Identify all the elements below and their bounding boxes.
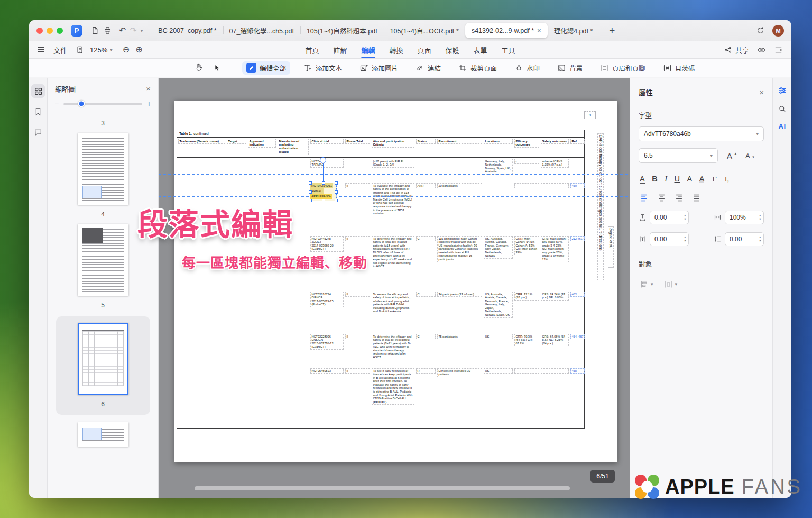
bold-button[interactable]: B: [652, 175, 657, 183]
table-cell-text[interactable]: US, Australia, Austria, Canada, Denmark,…: [484, 292, 513, 318]
zoom-level-value[interactable]: 125%: [90, 46, 107, 54]
table-cell-text[interactable]: II: [345, 236, 370, 242]
rotation-handle[interactable]: [320, 157, 326, 163]
table-cell-text[interactable]: Enrollment estimated 33 patients: [437, 368, 482, 377]
table-cell-text[interactable]: ORR: 70.3% (64 p.a.) CR: 67.2%: [514, 334, 539, 347]
bookmarks-panel-button[interactable]: [31, 105, 45, 119]
table-cell-text[interactable]: US, Australia, Austria, Canada, France, …: [484, 236, 513, 259]
table-cell-text[interactable]: NCT02445248 JULIET 2014-003060-20 (Eudra…: [310, 236, 344, 252]
selection-box[interactable]: NCT04234061ARMACAPPLEFANS-: [310, 183, 337, 201]
table-cell[interactable]: CRS: 64.06% (64 p.a.) NE: 6.25% (64 p.a.…: [540, 333, 569, 367]
table-cell[interactable]: To see if early reinfusion of tisa-cel c…: [371, 367, 415, 428]
table-cell-text[interactable]: ORR: 32.1% (28 p.a.): [514, 292, 539, 301]
table-cell[interactable]: II: [344, 182, 371, 235]
minimize-window-button[interactable]: [47, 28, 53, 34]
redo-icon[interactable]: ↷: [130, 25, 136, 35]
table-cell[interactable]: CRS: 24.24% (33 p.a.) NE: 6.06%: [540, 290, 569, 333]
table-cell[interactable]: US, Australia, Austria, Canada, Denmark,…: [483, 290, 513, 333]
thumbnails-panel-button[interactable]: [31, 84, 45, 98]
table-cell[interactable]: [436, 158, 483, 182]
new-tab-button[interactable]: +: [609, 25, 615, 35]
thumbnail-panel-close-icon[interactable]: ×: [146, 84, 151, 93]
selection-handle[interactable]: [335, 199, 338, 202]
table-cell-text[interactable]: 34 participants (33 infused): [437, 292, 482, 297]
table-cell-text[interactable]: C: [416, 236, 436, 242]
table-cell[interactable]: II: [344, 333, 371, 367]
table-cell[interactable]: 468: [569, 367, 585, 428]
table-cell[interactable]: [569, 158, 585, 182]
table-cell[interactable]: [344, 158, 371, 182]
table-cell-text[interactable]: 468: [570, 368, 585, 374]
selection-handle[interactable]: [335, 181, 338, 185]
table-cell-text[interactable]: To assess the efficacy and safety of tis…: [372, 292, 414, 315]
table-cell[interactable]: -: [540, 182, 569, 235]
page-thumbnail[interactable]: [78, 323, 128, 395]
table-cell-text[interactable]: R: [416, 368, 436, 374]
table-cell-text[interactable]: C: [416, 292, 436, 297]
align-left-button[interactable]: [640, 193, 649, 203]
page-thumbnail[interactable]: [78, 133, 128, 205]
table-cell[interactable]: C: [415, 333, 436, 367]
table-cell-text[interactable]: To determine the efficacy and safety of …: [372, 334, 414, 360]
link-button[interactable]: 連結: [411, 61, 445, 75]
table-cell[interactable]: Enrollment estimated 33 patients: [436, 367, 483, 428]
document-tab[interactable]: BC 2007_copy.pdf *: [152, 23, 223, 38]
table-cell-text[interactable]: adverse ICANS: 1.03% (97 p.a.): [541, 159, 569, 168]
crop-page-button[interactable]: 裁剪頁面: [454, 61, 501, 75]
table-cell[interactable]: NCT02445248 JULIET 2014-003060-20 (Eudra…: [309, 235, 344, 290]
table-cell[interactable]: 212,461,462: [569, 235, 585, 290]
add-image-button[interactable]: 添加圖片: [355, 61, 402, 75]
table-cell-text[interactable]: -: [514, 368, 539, 374]
font-color-button[interactable]: A: [640, 175, 645, 184]
align-center-button[interactable]: [657, 193, 666, 203]
table-cell[interactable]: -: [513, 367, 540, 428]
background-button[interactable]: 背景: [553, 61, 587, 75]
table-cell[interactable]: US: [483, 367, 513, 428]
table-cell[interactable]: C: [415, 290, 436, 333]
table-cell-text[interactable]: ANR: [416, 183, 436, 189]
table-cell-text[interactable]: -: [541, 183, 569, 189]
table-cell-text[interactable]: NCT02228096 ENSIGN 2015-003736-13 (Eudra…: [310, 334, 344, 350]
nav-tab[interactable]: 保護: [446, 41, 459, 58]
table-cell[interactable]: NCT03610724 BIANCA 2017-005019-15 (Eudra…: [309, 290, 344, 333]
table-cell[interactable]: To determine the efficacy and safety of …: [371, 235, 415, 290]
new-file-icon[interactable]: [90, 26, 99, 35]
table-cell[interactable]: II: [344, 235, 371, 290]
table-cell[interactable]: ORR: 32.1% (28 p.a.): [513, 290, 540, 333]
document-tab[interactable]: 105(1~4)自然科題本.pdf: [300, 23, 384, 38]
word-spacing-input[interactable]: 0.00 ▴▾: [650, 232, 689, 246]
table-cell-text[interactable]: To evaluate the efficacy and safety of t…: [372, 183, 414, 216]
italic-button[interactable]: I: [665, 175, 667, 184]
header-footer-button[interactable]: 頁眉和頁腳: [596, 61, 650, 75]
page-thumbnail[interactable]: [78, 422, 128, 447]
table-cell[interactable]: -: [513, 158, 540, 182]
watermark-button[interactable]: 水印: [510, 61, 544, 75]
table-cell[interactable]: NCT0423... TARMAC: [309, 158, 344, 182]
subscript-button[interactable]: T,: [724, 176, 729, 183]
table-cell[interactable]: Germany, Italy, Netherlands, Norway, Spa…: [483, 158, 513, 182]
stepper-arrows[interactable]: ▴▾: [759, 214, 761, 221]
page-thumbnail[interactable]: [78, 224, 128, 296]
selection-handle[interactable]: [335, 190, 338, 194]
close-window-button[interactable]: [36, 28, 43, 34]
undo-icon[interactable]: ↶: [119, 25, 126, 35]
table-cell[interactable]: ANR: [415, 182, 436, 235]
table-cell-text[interactable]: To determine the efficacy and safety of …: [372, 236, 414, 269]
table-cell[interactable]: 20 participants: [436, 182, 483, 235]
table-cell[interactable]: ORR: 70.3% (64 p.a.) CR: 67.2%: [513, 333, 540, 367]
zoom-window-button[interactable]: [57, 28, 63, 34]
properties-close-icon[interactable]: ×: [759, 88, 764, 97]
table-cell[interactable]: NCT02228096 ENSIGN 2015-003736-13 (Eudra…: [309, 333, 344, 367]
tab-close-icon[interactable]: ×: [537, 26, 541, 34]
table-cell[interactable]: 460: [569, 182, 585, 235]
table-cell[interactable]: II: [344, 290, 371, 333]
hand-tool[interactable]: [194, 63, 204, 72]
table-cell[interactable]: ORR: Main Cohort: 54.5% Cohort A: 53% CR…: [513, 235, 540, 290]
decrease-font-size-button[interactable]: A▾: [745, 152, 754, 160]
table-cell-text[interactable]: -: [514, 183, 539, 189]
table-cell[interactable]: -: [513, 182, 540, 235]
bates-number-button[interactable]: 貝茨碼: [659, 61, 699, 75]
table-cell[interactable]: [415, 158, 436, 182]
table-cell[interactable]: 463: [569, 290, 585, 333]
slider-knob[interactable]: [78, 101, 85, 107]
